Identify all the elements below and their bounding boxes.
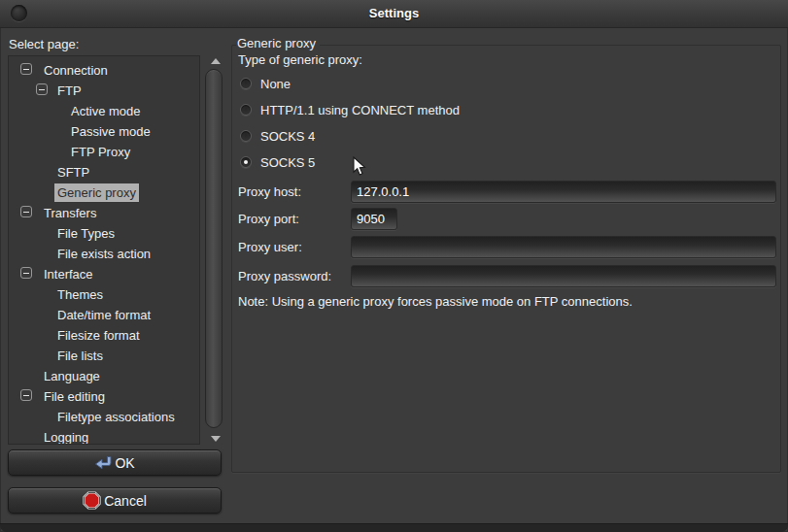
- radio-icon[interactable]: [240, 104, 252, 116]
- radio-label: SOCKS 4: [260, 129, 315, 144]
- tree-item-date-time-format[interactable]: Date/time format: [9, 304, 199, 324]
- tree-item-label: Passive mode: [68, 122, 154, 141]
- tree-item-label: Connection: [41, 61, 111, 80]
- collapse-minus-icon[interactable]: [20, 206, 32, 217]
- radio-option-socks-5[interactable]: SOCKS 5: [240, 154, 315, 170]
- tree-item-label: SFTP: [54, 163, 92, 182]
- ok-button[interactable]: OK: [8, 449, 222, 476]
- radio-icon[interactable]: [240, 130, 252, 142]
- radio-label: SOCKS 5: [260, 155, 315, 170]
- radio-option-socks-4[interactable]: SOCKS 4: [240, 128, 315, 144]
- scrollbar-thumb[interactable]: [205, 69, 223, 428]
- tree-item-logging[interactable]: Logging: [9, 426, 199, 445]
- radio-option-none[interactable]: None: [240, 76, 291, 91]
- proxy-host-label: Proxy host:: [238, 181, 301, 203]
- proxy-host-input[interactable]: [351, 181, 776, 203]
- collapse-minus-icon[interactable]: [36, 83, 48, 95]
- tree-item-interface[interactable]: Interface: [9, 263, 199, 283]
- cancel-button[interactable]: Cancel: [8, 487, 222, 514]
- tree-item-ftp[interactable]: FTP: [9, 80, 199, 100]
- tree-item-generic-proxy[interactable]: Generic proxy: [9, 182, 199, 202]
- settings-tree: ConnectionFTPActive modePassive modeFTP …: [8, 55, 200, 445]
- tree-item-label: Date/time format: [54, 306, 154, 324]
- tree-scrollbar[interactable]: [203, 55, 226, 445]
- tree-item-filetype-associations[interactable]: Filetype associations: [9, 406, 199, 426]
- enter-arrow-icon: [94, 455, 112, 470]
- tree-item-label: Themes: [54, 285, 106, 304]
- select-page-label: Select page:: [9, 37, 79, 51]
- tree-item-passive-mode[interactable]: Passive mode: [9, 120, 199, 141]
- tree-item-ftp-proxy[interactable]: FTP Proxy: [9, 141, 199, 161]
- cancel-button-label: Cancel: [104, 493, 147, 509]
- radio-label: None: [260, 77, 291, 91]
- tree-item-label: Transfers: [41, 204, 99, 222]
- tree-item-label: Generic proxy: [54, 183, 139, 202]
- tree-item-file-exists-action[interactable]: File exists action: [9, 243, 199, 263]
- collapse-minus-icon[interactable]: [20, 63, 32, 75]
- tree-item-file-lists[interactable]: File lists: [9, 345, 199, 365]
- scroll-up-icon[interactable]: [211, 58, 221, 64]
- generic-proxy-group: Type of generic proxy: NoneHTTP/1.1 usin…: [231, 45, 781, 473]
- tree-item-label: File editing: [41, 387, 108, 406]
- tree-item-label: Language: [41, 367, 103, 385]
- collapse-minus-icon[interactable]: [20, 389, 32, 401]
- radio-icon[interactable]: [240, 78, 252, 89]
- group-legend: Generic proxy: [236, 36, 320, 50]
- proxy-note: Note: Using a generic proxy forces passi…: [238, 294, 633, 309]
- tree-item-label: File exists action: [54, 245, 154, 263]
- tree-item-label: Logging: [41, 428, 91, 445]
- tree-item-label: FTP: [54, 82, 85, 100]
- tree-item-active-mode[interactable]: Active mode: [9, 100, 199, 120]
- window-title: Settings: [0, 6, 788, 20]
- radio-option-http-1-1-using-connect-method[interactable]: HTTP/1.1 using CONNECT method: [240, 102, 460, 117]
- proxy-type-label: Type of generic proxy:: [238, 52, 362, 67]
- tree-item-label: Filetype associations: [54, 408, 178, 426]
- settings-dialog: Settings Select page: ConnectionFTPActiv…: [0, 0, 788, 532]
- tree-item-label: File lists: [54, 347, 106, 365]
- tree-item-filesize-format[interactable]: Filesize format: [9, 324, 199, 345]
- proxy-port-label: Proxy port:: [238, 208, 299, 230]
- tree-item-label: Active mode: [68, 102, 144, 120]
- tree-item-language[interactable]: Language: [9, 365, 199, 385]
- tree-item-label: File Types: [54, 224, 118, 243]
- proxy-password-input[interactable]: [351, 265, 776, 287]
- tree-item-label: FTP Proxy: [68, 143, 133, 161]
- titlebar: Settings: [0, 0, 788, 28]
- collapse-minus-icon[interactable]: [20, 267, 32, 279]
- ok-button-label: OK: [115, 455, 134, 471]
- tree-item-file-editing[interactable]: File editing: [9, 385, 199, 406]
- tree-item-file-types[interactable]: File Types: [9, 222, 199, 243]
- tree-rows: ConnectionFTPActive modePassive modeFTP …: [9, 56, 199, 445]
- window-bottom-edge: [0, 523, 788, 532]
- proxy-user-label: Proxy user:: [238, 236, 302, 258]
- radio-label: HTTP/1.1 using CONNECT method: [260, 103, 460, 117]
- tree-item-connection[interactable]: Connection: [9, 59, 199, 80]
- stop-sign-icon: [83, 491, 101, 510]
- scroll-down-icon[interactable]: [211, 436, 221, 442]
- tree-item-label: Filesize format: [54, 326, 143, 345]
- radio-selected-icon[interactable]: [240, 156, 252, 168]
- tree-item-sftp[interactable]: SFTP: [9, 161, 199, 182]
- tree-item-themes[interactable]: Themes: [9, 283, 199, 304]
- tree-item-transfers[interactable]: Transfers: [9, 202, 199, 222]
- tree-item-label: Interface: [41, 265, 96, 283]
- proxy-port-input[interactable]: [351, 208, 397, 230]
- proxy-password-label: Proxy password:: [238, 265, 331, 287]
- proxy-user-input[interactable]: [351, 236, 776, 258]
